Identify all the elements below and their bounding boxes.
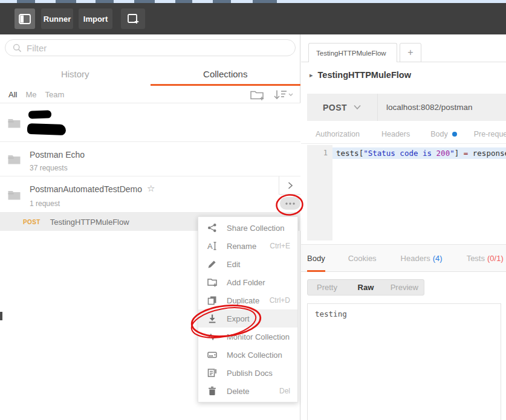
method-dropdown-value: POST — [323, 103, 347, 112]
code-token: ] — [455, 149, 464, 158]
collection-name: Postman Echo — [30, 150, 85, 160]
response-body-box[interactable]: testing — [307, 303, 501, 420]
menu-item-label: Edit — [227, 260, 240, 269]
collection-item-postman-automated-test-demo[interactable]: PostmanAutomatedTestDemo ☆ 1 request — [0, 176, 300, 213]
tests-code-editor[interactable]: 1 tests["Status code is 200"] = response… — [307, 145, 506, 241]
code-token: responseCode. — [468, 149, 506, 158]
collection-request-count: 1 request — [30, 199, 60, 208]
add-folder-icon — [207, 277, 217, 287]
method-dropdown[interactable]: POST — [307, 94, 378, 121]
postman-app-window: Runner Import History Col — [0, 0, 506, 420]
response-tab-body-label: Body — [307, 254, 325, 263]
redacted-request-count — [27, 123, 66, 135]
menu-item-duplicate[interactable]: Duplicate Ctrl+D — [198, 291, 297, 309]
menu-item-publish-docs[interactable]: Publish Docs — [198, 364, 297, 382]
response-tab-tests[interactable]: Tests (0/1) — [467, 245, 504, 272]
chevron-right-icon — [287, 181, 294, 190]
collection-item-postman-echo[interactable]: Postman Echo 37 requests — [0, 142, 300, 176]
menu-item-edit[interactable]: Edit — [198, 255, 297, 273]
collection-name: PostmanAutomatedTestDemo — [30, 184, 142, 194]
folder-icon — [8, 118, 21, 128]
runner-button[interactable]: Runner — [41, 8, 73, 29]
menu-item-export[interactable]: Export — [198, 309, 297, 328]
response-tab-cookies[interactable]: Cookies — [348, 245, 377, 272]
sort-order-icon[interactable] — [273, 89, 294, 100]
tab-headers-label: Headers — [381, 130, 410, 138]
headers-count-badge: (4) — [433, 254, 443, 263]
menu-item-label: Add Folder — [227, 278, 265, 287]
request-tab-testing-http-mule-flow[interactable]: TestingHTTPMuleFlow — [308, 43, 397, 62]
tab-pre-request-script[interactable]: Pre-request Script — [474, 130, 506, 138]
new-request-tab-button[interactable]: + — [400, 43, 421, 62]
favorite-star-icon[interactable]: ☆ — [147, 183, 155, 194]
collection-scope-filter: All Me Team — [0, 86, 300, 103]
sidebar-toggle-button[interactable] — [15, 8, 35, 29]
request-title: TestingHTTPMuleFlow — [318, 70, 411, 80]
sidebar-toggle-icon — [19, 14, 31, 24]
response-body-text: testing — [308, 304, 501, 318]
menu-item-add-folder[interactable]: Add Folder — [198, 273, 297, 291]
collection-request-count: 37 requests — [30, 164, 68, 172]
menu-item-shortcut: Ctrl+D — [270, 296, 290, 305]
request-section-tabs: Authorization Headers Body Pre-request S… — [301, 125, 506, 144]
collection-options-button[interactable] — [280, 197, 300, 210]
tab-body[interactable]: Body — [430, 130, 457, 138]
folder-icon — [8, 190, 21, 200]
plus-icon: + — [407, 47, 413, 58]
new-window-button[interactable] — [121, 8, 145, 29]
publish-docs-icon — [207, 368, 217, 378]
menu-item-share-collection[interactable]: Share Collection — [198, 219, 297, 237]
new-folder-icon[interactable] — [250, 89, 265, 101]
menu-item-mock-collection[interactable]: Mock Collection — [198, 346, 297, 364]
collapse-arrow-icon[interactable]: ▸ — [310, 71, 313, 79]
editor-gutter — [307, 145, 332, 241]
tab-headers[interactable]: Headers — [381, 130, 410, 138]
app-header-bar: Runner Import — [0, 3, 506, 34]
collection-title-row[interactable]: ▸ TestingHTTPMuleFlow — [301, 62, 506, 88]
tab-authorization[interactable]: Authorization — [316, 130, 360, 138]
import-button-label: Import — [83, 15, 108, 24]
response-tab-headers-label: Headers — [401, 254, 430, 263]
menu-item-shortcut: Del — [279, 387, 290, 395]
edge-artifact-tick — [0, 312, 2, 320]
scope-team[interactable]: Team — [45, 90, 65, 99]
body-has-content-dot — [452, 132, 457, 137]
tab-history[interactable]: History — [0, 62, 151, 86]
collection-item-redacted[interactable] — [0, 103, 300, 142]
svg-text:A: A — [207, 242, 213, 251]
response-tab-cookies-label: Cookies — [348, 254, 377, 263]
menu-item-monitor-collection[interactable]: Monitor Collection — [198, 328, 297, 346]
code-number-token: 200 — [436, 149, 450, 158]
tab-history-label: History — [61, 69, 89, 79]
tab-body-label: Body — [430, 130, 448, 138]
export-download-icon — [207, 314, 217, 323]
sidebar-tabs: History Collections — [0, 62, 300, 86]
tab-authorization-label: Authorization — [316, 130, 360, 138]
menu-item-rename[interactable]: A Rename Ctrl+E — [198, 237, 297, 255]
editor-code-line: tests["Status code is 200"] = responseCo… — [336, 147, 506, 159]
request-method-badge: POST — [23, 219, 41, 225]
url-input[interactable]: localhost:8082/postman — [386, 103, 473, 112]
tests-count-badge: (0/1) — [487, 254, 504, 263]
code-token: tests[ — [336, 149, 363, 158]
tab-collections[interactable]: Collections — [151, 62, 301, 86]
view-mode-preview[interactable]: Preview — [385, 283, 424, 292]
import-button[interactable]: Import — [79, 8, 112, 29]
request-tab-title: TestingHTTPMuleFlow — [316, 50, 386, 57]
expand-collection-button[interactable] — [279, 176, 300, 195]
response-tab-body[interactable]: Body — [307, 245, 325, 272]
chevron-down-icon — [353, 105, 362, 110]
view-mode-raw[interactable]: Raw — [346, 283, 385, 292]
delete-trash-icon — [207, 386, 217, 396]
menu-item-label: Monitor Collection — [227, 332, 290, 341]
view-mode-pretty[interactable]: Pretty — [308, 283, 346, 292]
new-window-icon — [128, 14, 139, 24]
scope-me[interactable]: Me — [25, 90, 36, 99]
filter-input[interactable] — [27, 43, 268, 53]
filter-search-box[interactable] — [5, 39, 296, 56]
folder-icon — [8, 154, 21, 164]
response-tab-headers[interactable]: Headers (4) — [401, 245, 443, 272]
request-name: TestingHTTPMuleFlow — [50, 218, 129, 227]
menu-item-delete[interactable]: Delete Del — [198, 382, 297, 400]
scope-all[interactable]: All — [8, 90, 17, 99]
